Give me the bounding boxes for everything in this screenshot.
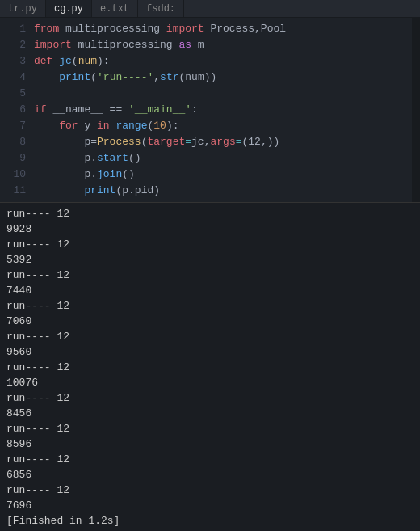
minimap <box>412 18 420 202</box>
terminal-line: 7440 <box>6 283 414 298</box>
line-number: 1 <box>0 21 26 37</box>
code-token: (num)) <box>178 71 216 83</box>
tab-etxt[interactable]: e.txt <box>92 0 138 17</box>
line-number: 11 <box>0 183 26 199</box>
terminal-line: 5392 <box>6 252 414 268</box>
code-token: for <box>59 120 78 132</box>
code-token: 'run----' <box>97 71 153 83</box>
code-token: = <box>236 136 242 148</box>
code-lines: from multiprocessing import Process,Pool… <box>34 18 412 202</box>
terminal-line: 6856 <box>6 467 414 483</box>
tab-cgpy[interactable]: cg.py <box>46 0 92 17</box>
code-token: print <box>84 184 116 196</box>
line-number: 6 <box>0 102 26 118</box>
terminal-line: run---- 12 <box>6 421 414 436</box>
terminal-line: [Finished in 1.2s] <box>6 513 414 529</box>
code-token: () <box>128 152 141 164</box>
terminal-line: run---- 12 <box>6 360 414 375</box>
code-token: if <box>34 103 47 116</box>
terminal-line: run---- 12 <box>6 483 414 498</box>
code-line: print('run----',str(num)) <box>34 70 412 86</box>
code-token: Process,Pool <box>204 23 286 35</box>
code-token: jc <box>59 55 72 67</box>
code-token: (p.pid) <box>116 184 160 196</box>
terminal-line: run---- 12 <box>6 298 414 314</box>
code-token: def <box>34 55 52 67</box>
code-container: 1234567891011 from multiprocessing impor… <box>0 18 412 202</box>
code-line: p=Process(target=jc,args=(12,)) <box>34 134 412 150</box>
code-token: '__main__' <box>128 103 191 116</box>
code-line: p.start() <box>34 150 412 166</box>
code-token: jc <box>191 136 204 148</box>
terminal-line: 9560 <box>6 344 414 360</box>
line-number: 7 <box>0 118 26 134</box>
editor-wrapper: 1234567891011 from multiprocessing impor… <box>0 18 420 202</box>
code-token <box>34 184 84 196</box>
code-line: p.join() <box>34 166 412 183</box>
code-token: Process <box>97 136 141 148</box>
left-panel: 1234567891011 from multiprocessing impor… <box>0 18 420 531</box>
main-content: 1234567891011 from multiprocessing impor… <box>0 18 420 531</box>
code-token: start <box>97 152 128 164</box>
code-token: p= <box>34 136 97 148</box>
tab-bar: tr.pycg.pye.txtfsdd: <box>0 0 420 18</box>
code-token: ): <box>97 55 110 67</box>
terminal-line: 9928 <box>6 221 414 237</box>
code-token: , <box>153 71 160 83</box>
line-number: 8 <box>0 134 26 150</box>
terminal-line: run---- 12 <box>6 452 414 467</box>
code-token: m <box>191 39 204 51</box>
line-number: 2 <box>0 37 26 53</box>
terminal-line: run---- 12 <box>6 237 414 252</box>
code-token: num <box>78 55 97 67</box>
line-numbers: 1234567891011 <box>0 18 34 202</box>
code-token: p. <box>34 152 97 164</box>
code-token: 10 <box>153 120 166 132</box>
code-token: = <box>185 136 191 148</box>
code-line <box>34 86 412 102</box>
terminal-line: 8596 <box>6 436 414 452</box>
terminal-line: 7696 <box>6 498 414 513</box>
code-token: print <box>59 71 90 83</box>
code-token: : <box>191 103 198 116</box>
code-line: def jc(num): <box>34 53 412 70</box>
line-number: 9 <box>0 150 26 166</box>
terminal-line: run---- 12 <box>6 268 414 283</box>
code-token: import <box>166 23 204 35</box>
code-token: join <box>97 168 122 180</box>
code-line: import multiprocessing as m <box>34 37 412 53</box>
code-token: multiprocessing <box>72 39 179 51</box>
line-number: 5 <box>0 86 26 102</box>
code-token: as <box>178 39 191 51</box>
code-line: from multiprocessing import Process,Pool <box>34 21 412 37</box>
code-token: p. <box>34 168 97 180</box>
code-token <box>34 120 59 132</box>
terminal-line: run---- 12 <box>6 206 414 221</box>
code-token: __name__ == <box>47 103 128 116</box>
code-token: in <box>97 120 110 132</box>
code-token: ( <box>90 71 97 83</box>
code-token: range <box>116 120 147 132</box>
code-line: if __name__ == '__main__': <box>34 102 412 118</box>
tab-trpy[interactable]: tr.py <box>0 0 46 17</box>
code-token: args <box>210 136 235 148</box>
line-number: 4 <box>0 70 26 86</box>
code-token: y <box>78 120 97 132</box>
terminal-line: 10076 <box>6 375 414 390</box>
terminal-line: 7060 <box>6 314 414 329</box>
code-token: (12,)) <box>242 136 280 148</box>
code-token: import <box>34 39 72 51</box>
code-token: target <box>147 136 185 148</box>
terminal-line: 8456 <box>6 406 414 421</box>
code-token: multiprocessing <box>59 23 166 35</box>
tab-fsdd[interactable]: fsdd: <box>138 0 184 17</box>
line-number: 10 <box>0 166 26 183</box>
line-number: 3 <box>0 53 26 70</box>
code-token: str <box>160 71 178 83</box>
code-line: for y in range(10): <box>34 118 412 134</box>
terminal-area: run---- 129928run---- 125392run---- 1274… <box>0 202 420 531</box>
code-token <box>34 71 59 83</box>
code-token: ): <box>166 120 179 132</box>
code-token: from <box>34 23 59 35</box>
terminal-line: run---- 12 <box>6 329 414 344</box>
